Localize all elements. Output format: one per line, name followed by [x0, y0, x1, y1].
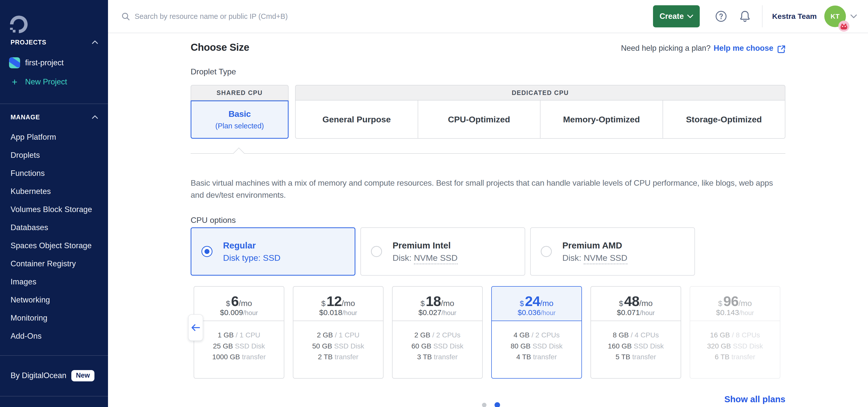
plan-hourly-price: $0.027 — [418, 308, 441, 317]
radio-checked-icon[interactable] — [202, 246, 213, 257]
help-prefix-label: Need help picking a plan? — [621, 44, 711, 53]
plan-hourly-price: $0.018 — [319, 308, 342, 317]
sidebar-item-monitoring[interactable]: Monitoring — [0, 309, 108, 327]
page-title: Choose Size — [191, 42, 249, 53]
create-button[interactable]: Create — [653, 5, 700, 27]
cpu-option-name: Regular — [223, 241, 281, 250]
cpu-option-disk: Disk: NVMe SSD — [562, 253, 627, 263]
plan-hourly-price: $0.009 — [220, 308, 243, 317]
account-menu[interactable]: KT — [824, 5, 846, 27]
cpu-option-name: Premium Intel — [393, 241, 458, 250]
team-name-label[interactable]: Kestra Team — [772, 12, 817, 21]
tab-general-purpose[interactable]: General Purpose — [295, 100, 418, 139]
notifications-bell-icon[interactable] — [739, 10, 750, 22]
create-button-label: Create — [659, 12, 684, 21]
new-badge: New — [71, 370, 94, 381]
new-project-button[interactable]: + New Project — [0, 73, 108, 91]
carousel-prev-button[interactable] — [188, 314, 203, 341]
plus-icon: + — [9, 76, 20, 87]
sidebar: PROJECTS first-project + New Project MAN… — [0, 0, 108, 407]
manage-section-header[interactable]: MANAGE — [0, 112, 108, 122]
basic-tab-label: Basic — [228, 109, 251, 119]
cpu-option-regular[interactable]: Regular Disk type: SSD — [191, 227, 355, 276]
chevron-down-icon — [687, 14, 693, 18]
cpu-option-premium-intel[interactable]: Premium Intel Disk: NVMe SSD — [361, 227, 525, 276]
basic-plan-selected-note: (Plan selected) — [215, 122, 264, 130]
radio-unchecked-icon[interactable] — [371, 246, 382, 257]
cpu-option-disk: Disk type: SSD — [223, 253, 281, 263]
sidebar-item-volumes[interactable]: Volumes Block Storage — [0, 200, 108, 219]
sidebar-item-networking[interactable]: Networking — [0, 291, 108, 309]
plan-card-48[interactable]: $48/mo $0.071/hour 8 GB / 4 CPUs 160 GB … — [590, 286, 681, 379]
chevron-down-icon[interactable] — [850, 14, 857, 18]
cpu-option-name: Premium AMD — [562, 241, 627, 250]
plan-card-96[interactable]: $96/mo $0.143/hour 16 GB / 8 CPUs 320 GB… — [690, 286, 780, 379]
sidebar-item-app-platform[interactable]: App Platform — [0, 128, 108, 146]
cpu-option-disk: Disk: NVMe SSD — [393, 253, 458, 263]
dedicated-cpu-header: DEDICATED CPU — [295, 85, 785, 100]
sidebar-divider — [0, 396, 108, 397]
new-project-label: New Project — [25, 77, 67, 87]
sidebar-nav: App Platform Droplets Functions Kubernet… — [0, 128, 108, 345]
external-link-icon[interactable] — [777, 45, 785, 53]
plan-card-12[interactable]: $12/mo $0.018/hour 2 GB / 1 CPU 50 GB SS… — [293, 286, 383, 379]
section-divider — [191, 153, 785, 154]
plan-price: 96 — [723, 294, 738, 308]
help-me-choose-link[interactable]: Help me choose — [714, 44, 773, 53]
topbar-divider — [762, 5, 763, 27]
radio-unchecked-icon[interactable] — [541, 246, 552, 257]
sidebar-item-functions[interactable]: Functions — [0, 164, 108, 182]
projects-header-label: PROJECTS — [10, 39, 46, 46]
sidebar-item-databases[interactable]: Databases — [0, 219, 108, 237]
search-icon — [122, 12, 130, 20]
chevron-up-icon — [92, 115, 98, 119]
plan-price: 48 — [624, 294, 639, 308]
main-content: Choose Size Need help picking a plan? He… — [108, 0, 868, 407]
avatar-emoji-badge — [838, 21, 849, 32]
cpu-option-premium-amd[interactable]: Premium AMD Disk: NVMe SSD — [530, 227, 695, 276]
sidebar-item-kubernetes[interactable]: Kubernetes — [0, 182, 108, 200]
sidebar-divider — [0, 103, 108, 104]
tab-storage-optimized[interactable]: Storage-Optimized — [663, 100, 786, 139]
carousel-dot-1[interactable] — [482, 403, 487, 407]
sidebar-item-first-project[interactable]: first-project — [0, 54, 108, 72]
plan-price: 12 — [327, 294, 342, 308]
plan-hourly-price: $0.143 — [716, 308, 739, 317]
plan-card-24-selected[interactable]: $24/mo $0.036/hour 4 GB / 2 CPUs 80 GB S… — [491, 286, 582, 379]
sidebar-divider — [0, 355, 108, 356]
sidebar-item-container-registry[interactable]: Container Registry — [0, 255, 108, 273]
show-all-plans-link[interactable]: Show all plans — [724, 394, 785, 404]
plan-price: 6 — [231, 294, 239, 308]
shared-cpu-header: SHARED CPU — [191, 85, 288, 100]
tab-basic[interactable]: Basic (Plan selected) — [191, 100, 288, 139]
plan-hourly-price: $0.036 — [518, 308, 541, 317]
manage-header-label: MANAGE — [10, 114, 40, 121]
projects-section-header[interactable]: PROJECTS — [0, 37, 108, 47]
plan-hourly-price: $0.071 — [617, 308, 640, 317]
digitalocean-logo-icon — [10, 15, 28, 34]
search-input[interactable] — [135, 12, 436, 21]
plan-card-6[interactable]: $6/mo $0.009/hour 1 GB / 1 CPU 25 GB SSD… — [194, 286, 284, 379]
tab-cpu-optimized[interactable]: CPU-Optimized — [418, 100, 541, 139]
plan-price: 18 — [426, 294, 441, 308]
arrow-left-icon — [191, 324, 200, 331]
tab-memory-optimized[interactable]: Memory-Optimized — [540, 100, 663, 139]
topbar: Create Kestra Team KT — [108, 0, 868, 33]
help-icon[interactable] — [715, 10, 727, 22]
plan-description: Basic virtual machines with a mix of mem… — [191, 177, 785, 201]
project-name-label: first-project — [25, 58, 64, 67]
plan-card-18[interactable]: $18/mo $0.027/hour 2 GB / 2 CPUs 60 GB S… — [392, 286, 483, 379]
plan-price: 24 — [525, 294, 540, 308]
by-digitalocean-label: By DigitalOcean — [10, 371, 66, 380]
project-icon — [9, 57, 20, 68]
sidebar-item-droplets[interactable]: Droplets — [0, 146, 108, 164]
sidebar-item-add-ons[interactable]: Add-Ons — [0, 327, 108, 345]
droplet-type-label: Droplet Type — [191, 67, 785, 76]
sidebar-item-spaces[interactable]: Spaces Object Storage — [0, 237, 108, 255]
carousel-dot-2-active[interactable] — [495, 402, 500, 407]
chevron-up-icon — [92, 40, 98, 44]
cpu-options-label: CPU options — [191, 216, 785, 225]
sidebar-item-images[interactable]: Images — [0, 273, 108, 291]
